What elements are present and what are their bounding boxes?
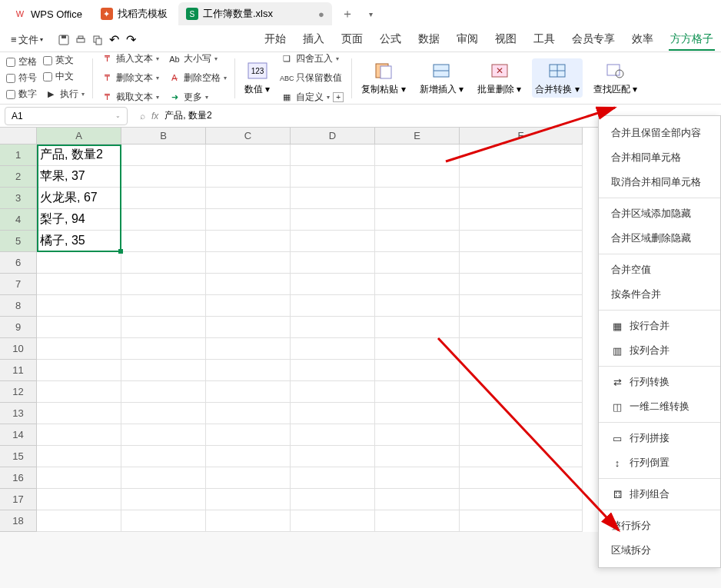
number-big-button[interactable]: 123 数值 ▾ [241,58,273,98]
cell[interactable] [460,510,583,532]
name-box[interactable]: A1 ⌄ [5,107,128,125]
cell[interactable] [121,252,206,274]
cut-text-button[interactable]: ₸截取文本▾ [99,89,161,105]
find-match-button[interactable]: 查找匹配 ▾ [590,58,640,98]
dd-merge-condition[interactable]: 按条件合并 [599,282,720,307]
cell[interactable] [37,446,121,467]
cell[interactable] [375,317,460,338]
cell[interactable] [460,489,583,510]
tab-tools[interactable]: 工具 [532,29,557,51]
tab-efficiency[interactable]: 效率 [630,29,655,51]
cell[interactable] [37,338,121,360]
cell[interactable] [121,403,206,424]
col-header-d[interactable]: D [291,128,375,145]
col-header-e[interactable]: E [375,128,460,145]
cell[interactable] [121,338,206,360]
dd-merge-same[interactable]: 合并相同单元格 [599,145,720,170]
cell[interactable] [121,145,206,166]
tab-fanggezi[interactable]: 方方格子 [669,29,715,51]
cell[interactable] [206,381,291,403]
cell[interactable] [375,510,460,532]
row-header[interactable]: 17 [0,489,37,510]
dd-reverse[interactable]: ↕行列倒置 [599,450,720,475]
case-button[interactable]: Ab大小写▾ [167,51,228,67]
row-header[interactable]: 7 [0,274,37,295]
cell[interactable] [206,338,291,360]
cell[interactable] [291,381,375,403]
cell[interactable] [291,424,375,446]
cell[interactable] [291,360,375,381]
cell[interactable] [291,467,375,489]
cell[interactable] [375,446,460,467]
cell[interactable] [206,231,291,252]
cell[interactable] [206,166,291,188]
row-header[interactable]: 3 [0,188,37,209]
cell[interactable] [37,403,121,424]
cell[interactable] [121,424,206,446]
check-space[interactable]: 空格 [6,55,37,68]
app-tab-wps[interactable]: W WPS Office [6,3,90,25]
tab-view[interactable]: 视图 [493,29,518,51]
cell[interactable] [121,381,206,403]
print-icon[interactable] [74,33,88,47]
select-all-corner[interactable] [0,128,37,145]
row-header[interactable]: 14 [0,424,37,446]
cell[interactable] [206,188,291,209]
cell[interactable] [37,489,121,510]
app-tab-template[interactable]: ✦ 找稻壳模板 [93,2,175,25]
search-icon[interactable]: ⌕ [140,111,145,121]
row-header[interactable]: 1 [0,145,37,166]
dd-merge-keep-all[interactable]: 合并且保留全部内容 [599,121,720,145]
cell[interactable] [375,381,460,403]
cell[interactable] [206,295,291,317]
row-header[interactable]: 10 [0,338,37,360]
cell[interactable] [206,252,291,274]
cell[interactable] [375,338,460,360]
row-header[interactable]: 5 [0,231,37,252]
row-header[interactable]: 6 [0,252,37,274]
cell[interactable] [121,510,206,532]
tab-member[interactable]: 会员专享 [570,29,616,51]
row-header[interactable]: 8 [0,295,37,317]
cell[interactable] [121,489,206,510]
cell[interactable] [121,295,206,317]
check-english[interactable]: 英文 [43,54,86,67]
cell[interactable] [375,166,460,188]
cell[interactable] [460,295,583,317]
cell[interactable] [375,295,460,317]
undo-icon[interactable]: ↶ [108,33,121,47]
cell[interactable] [460,424,583,446]
cell[interactable]: 火龙果, 67 [37,188,121,209]
cell[interactable] [460,381,583,403]
tab-data[interactable]: 数据 [417,29,441,51]
cell[interactable] [206,403,291,424]
cell[interactable] [460,274,583,295]
cell[interactable] [121,166,206,188]
new-tab-button[interactable]: ＋ [335,3,360,25]
insert-text-button[interactable]: ₸插入文本▾ [99,51,161,67]
cell[interactable]: 橘子, 35 [37,231,121,252]
cell[interactable] [375,209,460,231]
cell[interactable] [375,145,460,166]
dd-1d2d[interactable]: ◫一维二维转换 [599,394,720,419]
cell[interactable] [206,274,291,295]
keep-value-button[interactable]: ABC只保留数值 [279,70,345,86]
cell[interactable] [206,467,291,489]
cell[interactable] [291,145,375,166]
dd-unmerge-same[interactable]: 取消合并相同单元格 [599,170,720,194]
add-insert-button[interactable]: 新增插入 ▾ [417,58,467,98]
cell[interactable] [37,252,121,274]
dd-split-row[interactable]: 整行拆分 [599,513,720,538]
cell[interactable] [291,510,375,532]
cell[interactable] [121,467,206,489]
dd-merge-by-col[interactable]: ▥按列合并 [599,338,720,363]
cell[interactable] [37,424,121,446]
cell[interactable] [460,145,583,166]
row-header[interactable]: 11 [0,360,37,381]
cell[interactable] [460,209,583,231]
cell[interactable] [460,317,583,338]
check-number[interactable]: 数字 [6,88,37,101]
dd-split-area[interactable]: 区域拆分 [599,538,720,563]
cell[interactable] [460,360,583,381]
cell[interactable] [291,166,375,188]
